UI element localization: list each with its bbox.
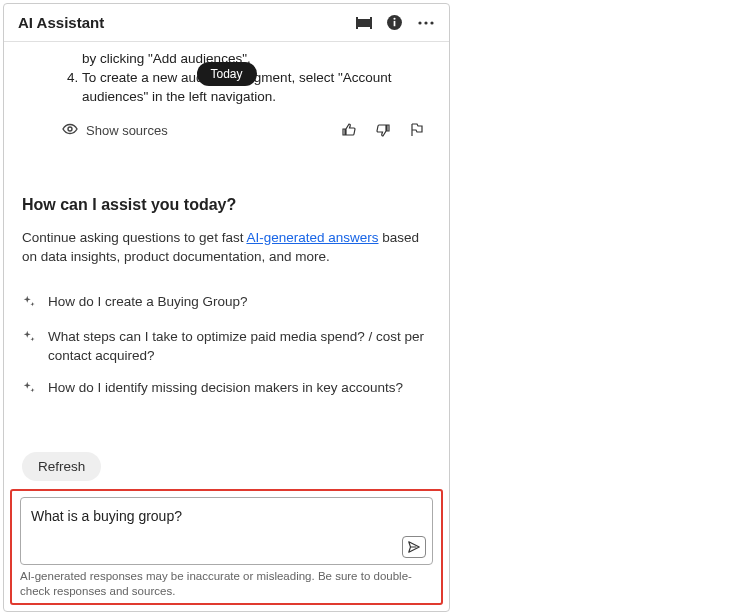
svg-point-9 [68,127,72,131]
more-icon[interactable] [417,15,435,31]
refresh-row: Refresh [22,452,431,481]
assist-description: Continue asking questions to get fast AI… [22,228,431,267]
svg-point-6 [418,21,421,24]
step-partial: by clicking "Add audiences". [82,50,431,69]
today-pill: Today [196,62,256,86]
suggestion-text: How do I create a Buying Group? [48,293,248,312]
sparkle-icon [22,380,36,400]
show-sources-button[interactable]: Show sources [62,121,168,140]
steps-list: To create a new audience segment, select… [82,69,431,107]
fullscreen-icon[interactable] [356,15,372,31]
sparkle-icon [22,329,36,349]
thumbs-down-icon[interactable] [375,122,391,138]
sources-row: Show sources [62,121,431,140]
eye-icon [62,121,78,140]
input-highlight-box: What is a buying group? AI-generated res… [10,489,443,605]
svg-point-7 [424,21,427,24]
show-sources-label: Show sources [86,123,168,138]
assist-title: How can I assist you today? [22,196,431,214]
flag-icon[interactable] [409,122,425,138]
ai-assistant-panel: AI Assistant Today by clicking "Add audi… [3,3,450,612]
suggestion-text: How do I identify missing decision maker… [48,379,403,398]
message-input[interactable]: What is a buying group? [20,497,433,565]
thumbs-up-icon[interactable] [341,122,357,138]
svg-rect-2 [370,17,372,29]
panel-title: AI Assistant [18,14,104,31]
svg-rect-4 [394,21,396,26]
ai-answers-link[interactable]: AI-generated answers [246,230,378,245]
info-icon[interactable] [386,14,403,31]
suggestion-item[interactable]: How do I identify missing decision maker… [22,379,431,400]
step-item: To create a new audience segment, select… [82,69,431,107]
assist-desc-pre: Continue asking questions to get fast [22,230,246,245]
svg-point-5 [393,18,395,20]
refresh-button[interactable]: Refresh [22,452,101,481]
disclaimer-text: AI-generated responses may be inaccurate… [20,569,433,599]
suggestion-item[interactable]: How do I create a Buying Group? [22,293,431,314]
message-input-value: What is a buying group? [31,508,182,524]
feedback-icons [341,122,425,138]
suggestion-text: What steps can I take to optimize paid m… [48,328,431,366]
svg-rect-1 [356,17,358,29]
send-button[interactable] [402,536,426,558]
sparkle-icon [22,294,36,314]
svg-point-8 [430,21,433,24]
suggestion-item[interactable]: What steps can I take to optimize paid m… [22,328,431,366]
suggestion-list: How do I create a Buying Group?What step… [22,293,431,401]
header-actions [356,14,435,31]
svg-rect-0 [358,19,370,27]
panel-header: AI Assistant [4,4,449,42]
